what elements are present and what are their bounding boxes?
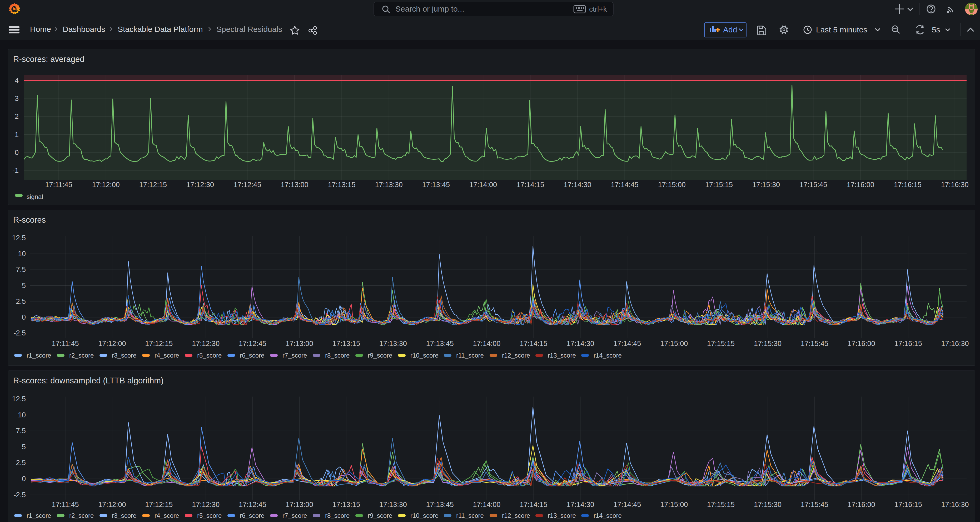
svg-text:17:12:30: 17:12:30: [192, 340, 220, 348]
svg-text:r13_score: r13_score: [548, 512, 576, 519]
svg-text:17:15:45: 17:15:45: [801, 501, 828, 509]
svg-text:signal: signal: [27, 193, 43, 200]
svg-text:Search or jump to...: Search or jump to...: [395, 5, 465, 13]
svg-text:r9_score: r9_score: [368, 352, 392, 359]
svg-text:17:15:45: 17:15:45: [801, 340, 828, 348]
svg-text:Spectral Residuals: Spectral Residuals: [216, 25, 282, 34]
svg-text:17:16:30: 17:16:30: [941, 340, 969, 348]
svg-text:10: 10: [18, 250, 26, 258]
svg-text:17:16:00: 17:16:00: [846, 181, 874, 189]
svg-text:r4_score: r4_score: [154, 512, 179, 519]
svg-text:17:14:00: 17:14:00: [473, 501, 501, 509]
svg-text:17:14:30: 17:14:30: [566, 340, 594, 348]
svg-text:17:16:00: 17:16:00: [848, 501, 875, 509]
svg-text:17:13:00: 17:13:00: [281, 181, 308, 189]
svg-text:2: 2: [15, 113, 19, 120]
svg-text:Dashboards: Dashboards: [63, 25, 105, 34]
svg-text:4: 4: [15, 77, 19, 85]
svg-text:r7_score: r7_score: [282, 512, 307, 519]
svg-text:17:15:15: 17:15:15: [705, 181, 733, 189]
svg-text:ctrl+k: ctrl+k: [589, 5, 607, 13]
svg-text:12.5: 12.5: [12, 395, 26, 403]
svg-text:17:13:45: 17:13:45: [426, 340, 454, 348]
svg-text:17:14:30: 17:14:30: [563, 181, 591, 189]
svg-text:17:14:15: 17:14:15: [520, 501, 547, 509]
svg-text:17:12:15: 17:12:15: [139, 181, 167, 189]
svg-text:17:14:30: 17:14:30: [566, 501, 594, 509]
svg-text:17:13:45: 17:13:45: [422, 181, 450, 189]
svg-text:r1_score: r1_score: [27, 352, 51, 359]
svg-text:17:15:00: 17:15:00: [660, 340, 688, 348]
svg-text:17:12:15: 17:12:15: [145, 340, 173, 348]
svg-text:17:14:15: 17:14:15: [517, 181, 544, 189]
svg-text:r12_score: r12_score: [502, 512, 530, 519]
svg-text:-1: -1: [13, 166, 19, 174]
svg-text:5: 5: [22, 443, 26, 451]
svg-text:17:15:00: 17:15:00: [660, 501, 688, 509]
svg-text:r6_score: r6_score: [240, 512, 264, 519]
svg-text:r5_score: r5_score: [197, 512, 222, 519]
svg-text:r4_score: r4_score: [154, 352, 179, 359]
svg-text:1: 1: [15, 131, 19, 139]
svg-text:Last 5 minutes: Last 5 minutes: [816, 25, 867, 34]
svg-text:r7_score: r7_score: [282, 352, 307, 359]
svg-text:2.5: 2.5: [16, 297, 26, 305]
svg-text:r6_score: r6_score: [240, 352, 264, 359]
svg-text:17:15:45: 17:15:45: [799, 181, 827, 189]
svg-text:17:16:30: 17:16:30: [941, 181, 969, 189]
svg-text:17:12:30: 17:12:30: [192, 501, 220, 509]
svg-text:17:12:45: 17:12:45: [239, 340, 266, 348]
svg-text:17:15:30: 17:15:30: [754, 340, 781, 348]
svg-text:r1_score: r1_score: [27, 512, 51, 519]
svg-text:17:12:30: 17:12:30: [186, 181, 214, 189]
svg-text:17:15:30: 17:15:30: [752, 181, 780, 189]
svg-text:17:14:15: 17:14:15: [520, 340, 547, 348]
svg-text:17:16:00: 17:16:00: [848, 340, 875, 348]
svg-text:17:16:15: 17:16:15: [894, 340, 922, 348]
svg-text:r8_score: r8_score: [325, 512, 350, 519]
svg-text:-2.5: -2.5: [13, 491, 26, 499]
svg-text:5: 5: [22, 282, 26, 290]
svg-text:7.5: 7.5: [16, 427, 26, 435]
svg-text:0: 0: [22, 475, 26, 483]
svg-text:17:12:45: 17:12:45: [234, 181, 261, 189]
svg-text:r5_score: r5_score: [197, 352, 222, 359]
svg-text:17:13:15: 17:13:15: [332, 501, 360, 509]
svg-text:0: 0: [22, 313, 26, 321]
svg-text:0: 0: [15, 148, 19, 156]
svg-text:17:14:45: 17:14:45: [613, 501, 641, 509]
svg-text:r3_score: r3_score: [112, 352, 136, 359]
svg-text:12.5: 12.5: [12, 234, 26, 242]
svg-text:17:13:00: 17:13:00: [286, 501, 313, 509]
svg-text:17:14:00: 17:14:00: [473, 340, 501, 348]
svg-text:17:15:15: 17:15:15: [707, 340, 735, 348]
svg-text:r14_score: r14_score: [593, 352, 622, 359]
svg-text:3: 3: [15, 94, 19, 102]
svg-text:r10_score: r10_score: [410, 352, 439, 359]
svg-text:7.5: 7.5: [16, 266, 26, 273]
svg-text:17:12:00: 17:12:00: [92, 181, 120, 189]
svg-text:-2.5: -2.5: [13, 329, 26, 337]
svg-text:17:13:00: 17:13:00: [286, 340, 313, 348]
svg-text:r14_score: r14_score: [593, 512, 622, 519]
svg-text:5s: 5s: [932, 25, 940, 34]
svg-text:r11_score: r11_score: [456, 512, 484, 519]
svg-text:17:13:15: 17:13:15: [328, 181, 355, 189]
svg-text:17:12:15: 17:12:15: [145, 501, 173, 509]
svg-text:r3_score: r3_score: [112, 512, 136, 519]
svg-text:17:14:00: 17:14:00: [469, 181, 497, 189]
svg-text:10: 10: [18, 411, 26, 419]
svg-text:17:13:30: 17:13:30: [379, 501, 407, 509]
svg-text:17:15:15: 17:15:15: [707, 501, 735, 509]
svg-text:17:11:45: 17:11:45: [52, 340, 79, 348]
svg-text:17:14:45: 17:14:45: [611, 181, 639, 189]
svg-text:r2_score: r2_score: [69, 512, 94, 519]
svg-text:17:15:00: 17:15:00: [658, 181, 686, 189]
svg-text:r11_score: r11_score: [456, 352, 484, 359]
svg-text:Home: Home: [30, 25, 51, 34]
svg-text:2.5: 2.5: [16, 459, 26, 467]
svg-text:17:13:45: 17:13:45: [426, 501, 454, 509]
svg-text:17:12:45: 17:12:45: [239, 501, 266, 509]
svg-text:Add: Add: [723, 25, 737, 34]
svg-text:17:12:00: 17:12:00: [98, 501, 126, 509]
